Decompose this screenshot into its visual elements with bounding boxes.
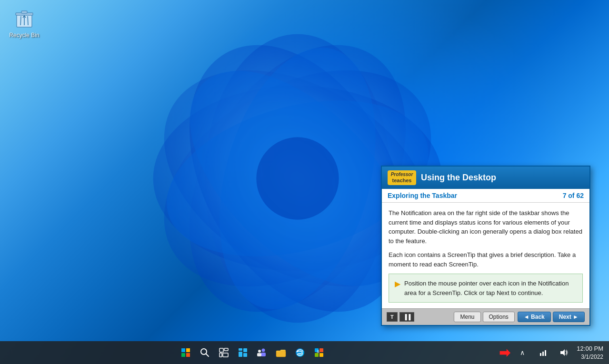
edge-button[interactable] bbox=[291, 344, 309, 361]
system-tray: ➡ ∧ 12:00 bbox=[499, 344, 603, 361]
svg-rect-25 bbox=[223, 353, 228, 357]
svg-point-32 bbox=[258, 350, 261, 353]
store-button[interactable] bbox=[310, 344, 328, 361]
svg-rect-16 bbox=[181, 348, 185, 352]
svg-rect-34 bbox=[276, 351, 286, 357]
panel-footer: T ▐▐ Menu Options ◄ Back Next ► bbox=[382, 308, 589, 325]
clock-date: 3/1/2022 bbox=[581, 353, 603, 361]
task-view-button[interactable] bbox=[215, 344, 232, 361]
logo-teaches-text: teaches bbox=[392, 177, 412, 184]
professor-logo: Professor teaches bbox=[388, 170, 416, 185]
instruction-text: Position the mouse pointer over each ico… bbox=[404, 279, 577, 297]
panel-title: Using the Desktop bbox=[421, 173, 496, 183]
svg-line-15 bbox=[28, 16, 28, 25]
svg-point-9 bbox=[256, 137, 339, 219]
svg-line-13 bbox=[20, 16, 21, 25]
text-size-button[interactable]: T bbox=[387, 312, 398, 322]
tutorial-panel: Professor teaches Using the Desktop Expl… bbox=[381, 166, 590, 326]
network-icon[interactable] bbox=[535, 344, 552, 361]
paragraph-2: Each icon contains a ScreenTip that give… bbox=[389, 250, 583, 269]
recycle-bin-image bbox=[13, 7, 36, 30]
svg-rect-26 bbox=[239, 348, 242, 351]
back-button[interactable]: ◄ Back bbox=[518, 312, 551, 322]
start-button[interactable] bbox=[177, 344, 194, 361]
panel-content: The Notification area on the far right s… bbox=[382, 203, 589, 308]
desktop: Recycle Bin Professor teaches Using the … bbox=[0, 0, 609, 364]
svg-rect-39 bbox=[315, 353, 319, 357]
svg-rect-28 bbox=[239, 352, 242, 357]
instruction-box: ▶ Position the mouse pointer over each i… bbox=[389, 274, 583, 303]
footer-center-controls: Menu Options bbox=[454, 312, 514, 322]
panel-header: Professor teaches Using the Desktop bbox=[382, 167, 589, 189]
svg-rect-12 bbox=[21, 11, 27, 13]
taskbar-icons-group bbox=[6, 344, 499, 361]
svg-point-20 bbox=[201, 349, 207, 354]
instruction-arrow-icon: ▶ bbox=[395, 279, 400, 288]
svg-line-21 bbox=[206, 354, 209, 356]
taskbar: ➡ ∧ 12:00 bbox=[0, 341, 609, 364]
pause-button[interactable]: ▐▐ bbox=[399, 312, 415, 322]
logo-professor-text: Professor bbox=[391, 172, 413, 177]
paragraph-1: The Notification area on the far right s… bbox=[389, 208, 583, 246]
svg-rect-17 bbox=[186, 348, 190, 352]
recycle-bin-icon[interactable]: Recycle Bin bbox=[7, 7, 41, 39]
svg-rect-18 bbox=[181, 353, 185, 357]
svg-point-30 bbox=[262, 349, 265, 352]
panel-subtitle: Exploring the Taskbar bbox=[388, 192, 457, 199]
svg-rect-41 bbox=[540, 353, 541, 356]
volume-icon[interactable] bbox=[556, 344, 573, 361]
svg-rect-33 bbox=[257, 353, 261, 356]
file-explorer-button[interactable] bbox=[272, 344, 290, 361]
footer-left-controls: T ▐▐ bbox=[387, 312, 451, 322]
panel-subtitle-row: Exploring the Taskbar 7 of 62 bbox=[382, 189, 589, 203]
svg-rect-40 bbox=[319, 353, 323, 357]
svg-rect-22 bbox=[220, 348, 223, 352]
recycle-bin-label: Recycle Bin bbox=[9, 32, 39, 39]
options-button[interactable]: Options bbox=[483, 312, 515, 322]
svg-rect-31 bbox=[261, 353, 266, 356]
show-hidden-icons-button[interactable]: ∧ bbox=[514, 344, 531, 361]
svg-rect-43 bbox=[545, 350, 546, 356]
search-button[interactable] bbox=[196, 344, 213, 361]
clock-time: 12:00 PM bbox=[577, 344, 603, 353]
svg-rect-38 bbox=[319, 348, 323, 352]
panel-progress: 7 of 62 bbox=[563, 192, 584, 199]
red-arrow-indicator: ➡ bbox=[499, 345, 510, 361]
svg-rect-24 bbox=[220, 353, 222, 357]
svg-rect-42 bbox=[542, 352, 544, 356]
svg-rect-29 bbox=[243, 353, 247, 357]
svg-rect-19 bbox=[186, 353, 190, 357]
next-button[interactable]: Next ► bbox=[553, 312, 585, 322]
svg-marker-44 bbox=[560, 349, 565, 356]
system-clock[interactable]: 12:00 PM 3/1/2022 bbox=[577, 344, 603, 361]
svg-rect-23 bbox=[224, 348, 228, 351]
teams-button[interactable] bbox=[253, 344, 270, 361]
svg-rect-27 bbox=[243, 348, 247, 352]
widgets-button[interactable] bbox=[234, 344, 251, 361]
footer-right-controls: ◄ Back Next ► bbox=[518, 312, 585, 322]
menu-button[interactable]: Menu bbox=[454, 312, 480, 322]
